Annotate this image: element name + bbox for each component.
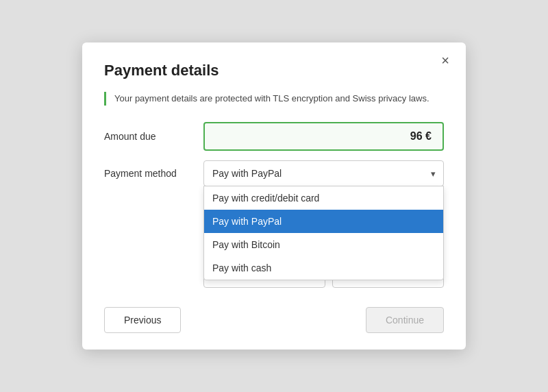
amount-value: 96 € bbox=[203, 122, 444, 151]
payment-method-select[interactable]: Pay with credit/debit cardPay with PayPa… bbox=[203, 160, 444, 186]
amount-row: Amount due 96 € bbox=[104, 122, 444, 151]
dropdown-item-cash[interactable]: Pay with cash bbox=[204, 256, 443, 280]
dropdown-item-bitcoin[interactable]: Pay with Bitcoin bbox=[204, 233, 443, 256]
payment-method-row: Payment method Pay with credit/debit car… bbox=[104, 160, 444, 186]
payment-dropdown: Pay with credit/debit card Pay with PayP… bbox=[203, 186, 444, 280]
amount-label: Amount due bbox=[104, 131, 203, 142]
dropdown-item-credit[interactable]: Pay with credit/debit card bbox=[204, 186, 443, 210]
dropdown-item-paypal[interactable]: Pay with PayPal bbox=[204, 210, 443, 233]
payment-dialog: × Payment details Your payment details a… bbox=[82, 42, 466, 350]
close-button[interactable]: × bbox=[437, 52, 453, 69]
dialog-title: Payment details bbox=[104, 62, 444, 79]
previous-button[interactable]: Previous bbox=[104, 307, 181, 333]
payment-method-label: Payment method bbox=[104, 168, 203, 179]
info-banner-text: Your payment details are protected with … bbox=[114, 92, 429, 106]
continue-button[interactable]: Continue bbox=[366, 307, 444, 333]
dialog-footer: Previous Continue bbox=[104, 307, 444, 333]
payment-method-select-wrapper: Pay with credit/debit cardPay with PayPa… bbox=[203, 160, 444, 186]
info-banner: Your payment details are protected with … bbox=[104, 92, 444, 106]
